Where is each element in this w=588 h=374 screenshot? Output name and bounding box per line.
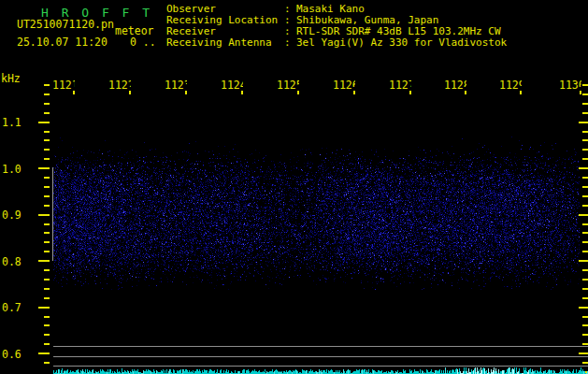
- x-label-clipped-digit: 1: [72, 79, 75, 87]
- y-axis-tick: [579, 167, 588, 169]
- x-label-clipped-digit: 8: [464, 79, 466, 87]
- x-axis-tick: [520, 91, 522, 94]
- band-edge-marker-line: [52, 167, 53, 261]
- x-axis-tick: [185, 91, 187, 94]
- y-axis-tick: [582, 112, 588, 114]
- x-axis-label: 1126: [333, 79, 355, 92]
- x-axis-label: 1129: [499, 79, 522, 92]
- y-axis-tick: [44, 334, 50, 336]
- info-value: 3el Yagi(V) Az 330 for Vladivostok: [296, 36, 507, 49]
- y-axis-tick: [44, 362, 50, 364]
- x-label-text: 112: [165, 79, 184, 92]
- y-axis-tick: [44, 251, 50, 252]
- y-axis-tick: [44, 195, 50, 197]
- x-axis-label: 1125: [277, 79, 299, 92]
- y-axis-tick: [44, 103, 50, 105]
- y-axis-tick: [44, 241, 50, 243]
- y-axis-tick: [582, 223, 588, 225]
- reference-line: [53, 356, 588, 357]
- y-axis-tick: [44, 131, 50, 133]
- y-axis-tick: [44, 158, 50, 160]
- output-filename: UT2510071120.pn: [17, 18, 114, 31]
- y-axis-label: 0.6: [2, 348, 22, 361]
- reference-line: [53, 346, 588, 347]
- x-axis-label: 1124: [221, 79, 243, 92]
- y-axis-tick: [38, 307, 50, 309]
- y-axis-tick: [579, 122, 588, 123]
- y-axis-tick: [582, 241, 588, 243]
- x-label-text: 112: [389, 79, 409, 92]
- y-axis-tick: [582, 269, 588, 271]
- hrofft-window: H R O F F T UT2510071120.pn meteor 25.10…: [0, 0, 588, 374]
- y-axis-tick: [44, 186, 50, 188]
- x-axis-tick: [409, 91, 411, 94]
- y-axis-tick: [44, 223, 50, 225]
- y-axis-tick: [582, 324, 588, 326]
- y-axis-tick: [582, 362, 588, 364]
- y-axis-tick: [579, 260, 588, 262]
- y-axis-tick: [582, 177, 588, 179]
- y-axis-tick: [44, 94, 50, 95]
- y-axis-tick: [582, 297, 588, 299]
- y-axis-label: 1.1: [2, 116, 22, 129]
- y-axis-tick: [582, 186, 588, 188]
- y-axis-tick: [582, 232, 588, 234]
- y-axis-tick: [582, 343, 588, 345]
- info-label: Receiving Antenna: [166, 37, 284, 49]
- echo-count: 0 ..: [130, 36, 156, 49]
- x-axis-label: 1123: [165, 79, 187, 92]
- y-axis-tick: [582, 158, 588, 160]
- x-axis-label: 1130: [559, 79, 581, 92]
- y-axis-tick: [44, 297, 50, 299]
- noise-level-canvas: [53, 365, 588, 374]
- y-axis-label: 1.0: [2, 163, 22, 176]
- x-label-clipped-digit: 9: [519, 79, 522, 87]
- x-axis-tick: [580, 91, 581, 94]
- y-axis-tick: [44, 177, 50, 179]
- x-axis-label: 1128: [444, 79, 466, 92]
- x-axis-label: 1122: [108, 79, 131, 92]
- y-axis-tick: [44, 324, 50, 326]
- y-axis-tick: [582, 103, 588, 105]
- x-axis-tick: [297, 91, 299, 94]
- x-label-clipped-digit: 7: [409, 79, 411, 87]
- y-axis-tick: [44, 205, 50, 207]
- y-axis-tick: [38, 214, 50, 216]
- y-axis-tick: [44, 84, 50, 86]
- x-label-clipped-digit: 4: [240, 79, 243, 87]
- y-axis-tick: [44, 343, 50, 345]
- x-label-clipped-digit: 0: [579, 79, 581, 87]
- x-label-text: 112: [108, 79, 128, 92]
- x-axis-label: 1127: [389, 79, 411, 92]
- observer-info-block: Observer:Masaki Kano Receiving Location:…: [166, 4, 507, 49]
- y-axis-tick: [44, 112, 50, 114]
- spectrogram-canvas: [53, 136, 580, 290]
- x-label-text: 112: [277, 79, 296, 92]
- y-axis-tick: [38, 352, 50, 354]
- x-label-clipped-digit: 6: [352, 79, 355, 87]
- y-axis-tick: [579, 307, 588, 309]
- y-axis-unit: kHz: [1, 72, 21, 85]
- y-axis-tick: [44, 269, 50, 271]
- y-axis-label: 0.7: [2, 301, 22, 314]
- x-axis-label: 1121: [52, 79, 75, 92]
- x-label-text: 112: [333, 79, 352, 92]
- y-axis-tick: [44, 139, 50, 141]
- x-axis-tick: [465, 91, 466, 94]
- y-axis-tick: [44, 232, 50, 234]
- info-row-antenna: Receiving Antenna:3el Yagi(V) Az 330 for…: [166, 37, 507, 49]
- info-colon: :: [284, 37, 296, 49]
- x-label-text: 112: [52, 79, 72, 92]
- x-label-clipped-digit: 3: [184, 79, 187, 87]
- y-axis-tick: [579, 352, 588, 354]
- x-label-text: 112: [499, 79, 519, 92]
- y-axis-tick: [44, 279, 50, 280]
- x-axis-tick: [353, 91, 355, 94]
- y-axis-tick: [582, 288, 588, 290]
- x-label-text: 112: [444, 79, 464, 92]
- y-axis-tick: [38, 260, 50, 262]
- y-axis-tick: [44, 288, 50, 290]
- x-label-clipped-digit: 2: [128, 79, 131, 87]
- y-axis-tick: [582, 205, 588, 207]
- y-axis-tick: [582, 94, 588, 95]
